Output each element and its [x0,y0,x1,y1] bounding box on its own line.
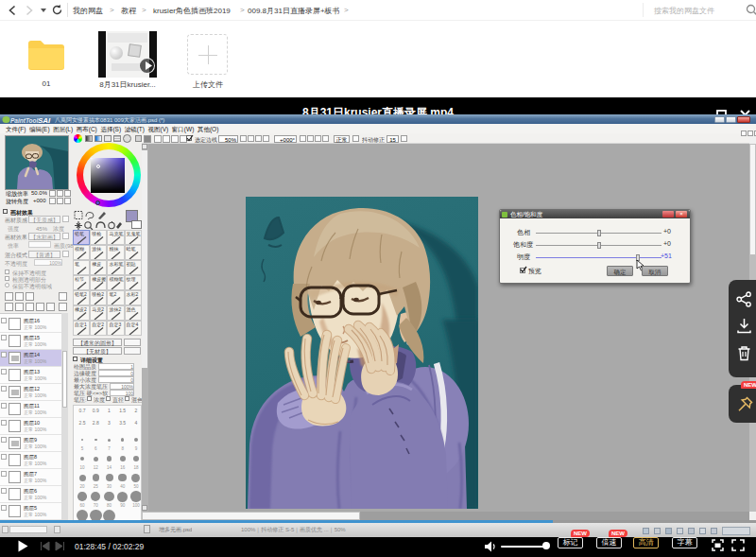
svg-text:SAI: SAI [38,116,51,124]
svg-text:PaintTool: PaintTool [10,116,39,123]
